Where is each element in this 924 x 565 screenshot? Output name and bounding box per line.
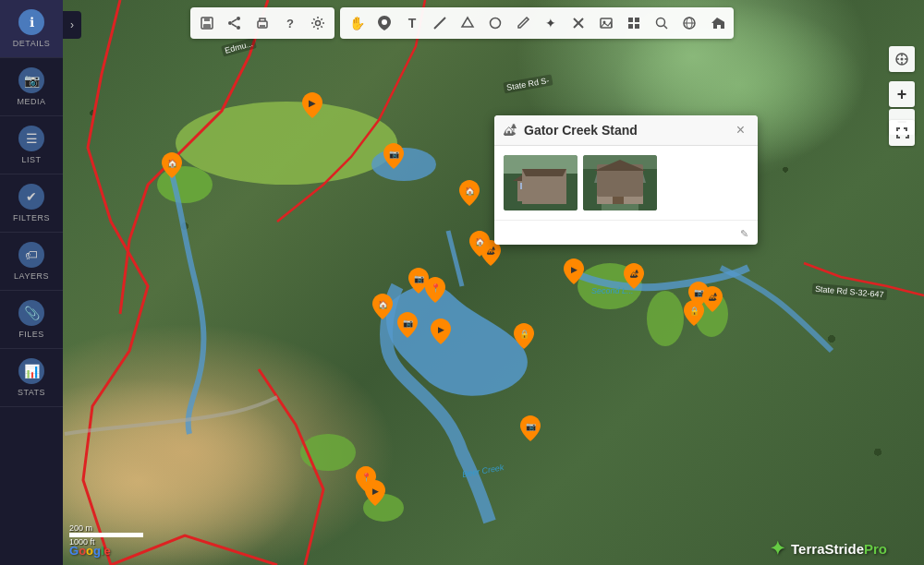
filters-icon: ✔: [18, 184, 44, 210]
sidebar-label-list: LIST: [21, 155, 41, 164]
svg-marker-73: [594, 174, 646, 183]
svg-rect-71: [638, 169, 657, 210]
media-icon: 📷: [18, 67, 44, 93]
map-pin[interactable]: 🏕: [702, 286, 723, 312]
popup-images: [494, 146, 758, 220]
sidebar-item-media[interactable]: 📷 MEDIA: [0, 58, 63, 116]
svg-text:▶: ▶: [372, 487, 379, 496]
stats-icon: 📊: [18, 358, 44, 384]
layers-tool-button[interactable]: [621, 10, 647, 36]
toolbar-group-draw: ✋ T ✦: [340, 7, 734, 39]
sidebar-collapse-button[interactable]: ›: [63, 11, 81, 39]
share-button[interactable]: [222, 10, 248, 36]
svg-point-0: [176, 102, 397, 185]
popup-title: Gator Creek Stand: [524, 123, 733, 138]
popup-card: 🏕 Gator Creek Stand ×: [494, 115, 758, 245]
svg-rect-67: [520, 183, 528, 189]
sidebar-item-filters[interactable]: ✔ FILTERS: [0, 174, 63, 233]
svg-point-33: [228, 21, 232, 25]
map-pin-gator-creek[interactable]: 🏕: [624, 263, 644, 289]
map-pin[interactable]: 🔒: [684, 300, 704, 326]
globe-tool-button[interactable]: [676, 10, 702, 36]
svg-rect-76: [631, 184, 641, 192]
circle-tool-button[interactable]: [482, 10, 508, 36]
svg-rect-63: [504, 174, 578, 210]
sidebar-label-filters: FILTERS: [13, 213, 50, 222]
map-pin[interactable]: 🏠: [372, 294, 393, 319]
map-pin[interactable]: ▶: [431, 319, 451, 344]
popup-image-1[interactable]: [504, 155, 578, 210]
polygon-tool-button[interactable]: [455, 10, 480, 36]
svg-point-39: [382, 19, 387, 25]
line-tool-button[interactable]: [427, 10, 453, 36]
map-pin[interactable]: 📷: [383, 143, 404, 169]
image-tool-button[interactable]: [593, 10, 619, 36]
popup-image-2[interactable]: [583, 155, 657, 210]
map-pin[interactable]: ▶: [564, 258, 584, 284]
popup-header: 🏕 Gator Creek Stand ×: [494, 115, 758, 146]
map-pin[interactable]: ▶: [302, 92, 322, 118]
marker-tool-button[interactable]: [371, 10, 397, 36]
svg-point-31: [237, 17, 240, 20]
fullscreen-button[interactable]: [889, 120, 915, 146]
svg-point-3: [647, 291, 684, 346]
settings-button[interactable]: [305, 10, 331, 36]
svg-rect-68: [539, 183, 546, 189]
compass-button[interactable]: [889, 46, 915, 72]
svg-line-52: [664, 26, 668, 30]
svg-text:🔒: 🔒: [689, 306, 700, 317]
sidebar-item-details[interactable]: ℹ DETAILS: [0, 0, 63, 58]
move-tool-button[interactable]: ✦: [538, 10, 564, 36]
svg-text:📷: 📷: [526, 421, 537, 432]
sidebar-item-stats[interactable]: 📊 STATS: [0, 349, 63, 407]
save-button[interactable]: [194, 10, 220, 36]
sidebar-item-files[interactable]: 📎 FILES: [0, 291, 63, 349]
brand-name: TerraStridePro: [791, 541, 887, 557]
map-container[interactable]: Edmu... State Rd S- State Rd S-32-647 Se…: [0, 0, 924, 565]
svg-rect-66: [529, 190, 538, 201]
search-tool-button[interactable]: [649, 10, 675, 36]
svg-text:📍: 📍: [431, 282, 442, 294]
svg-rect-29: [204, 18, 210, 21]
map-pin[interactable]: ▶: [365, 480, 385, 506]
map-pin[interactable]: 🏠: [459, 180, 480, 206]
map-pin[interactable]: 📷: [520, 415, 541, 441]
details-icon: ℹ: [18, 9, 44, 35]
map-pin[interactable]: 🏠: [162, 152, 182, 178]
map-pin[interactable]: 🔒: [514, 323, 534, 349]
svg-rect-64: [517, 178, 554, 201]
zoom-in-button[interactable]: +: [889, 81, 915, 107]
svg-text:▶: ▶: [438, 325, 444, 334]
svg-point-42: [491, 18, 501, 29]
sidebar-label-stats: STATS: [18, 388, 45, 397]
sidebar-item-list[interactable]: ☰ LIST: [0, 116, 63, 174]
sidebar-item-layers[interactable]: 🏷 LAYERS: [0, 233, 63, 291]
svg-rect-47: [628, 18, 633, 22]
popup-close-button[interactable]: ×: [733, 123, 748, 138]
delete-tool-button[interactable]: [565, 10, 591, 36]
print-button[interactable]: [249, 10, 275, 36]
edit-tool-button[interactable]: [510, 10, 536, 36]
popup-edit-button[interactable]: ✎: [740, 228, 748, 239]
svg-text:🏠: 🏠: [378, 299, 389, 310]
svg-text:📷: 📷: [414, 273, 425, 284]
svg-point-7: [371, 148, 436, 181]
sidebar-label-files: FILES: [18, 330, 44, 339]
svg-marker-41: [462, 18, 473, 27]
text-tool-button[interactable]: T: [399, 10, 425, 36]
svg-text:📷: 📷: [389, 149, 400, 160]
home-tool-button[interactable]: [704, 10, 730, 36]
svg-line-40: [434, 18, 445, 29]
help-button[interactable]: ?: [277, 10, 303, 36]
sidebar-label-details: DETAILS: [13, 39, 50, 48]
svg-text:🏠: 🏠: [465, 186, 476, 197]
svg-point-51: [657, 18, 665, 27]
svg-text:🏠: 🏠: [167, 158, 178, 169]
pan-tool-button[interactable]: ✋: [344, 10, 370, 36]
svg-text:🏕: 🏕: [709, 293, 717, 302]
sidebar-label-layers: LAYERS: [14, 271, 49, 281]
svg-rect-50: [635, 24, 639, 29]
map-pin[interactable]: 📷: [397, 312, 418, 338]
map-pin[interactable]: 📍: [425, 277, 445, 303]
map-features: [0, 0, 924, 565]
